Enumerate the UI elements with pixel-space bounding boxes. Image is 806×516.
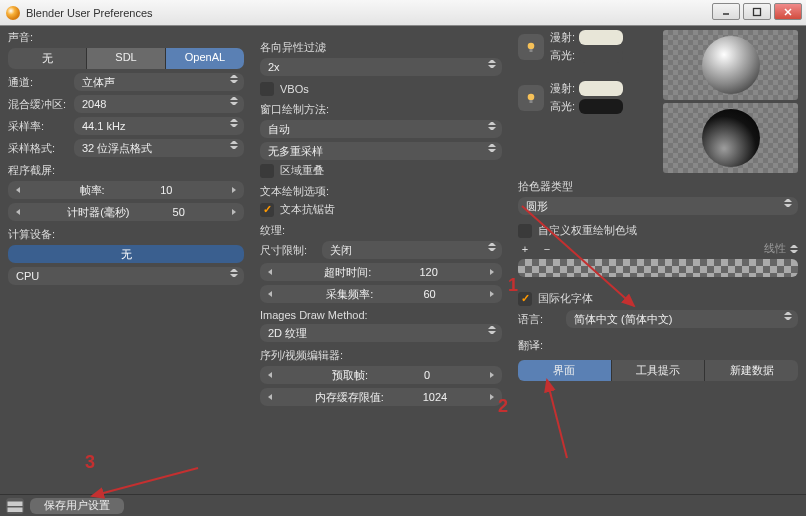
gradient-remove-icon[interactable]: − [540, 242, 554, 256]
audio-device-tabs: 无 SDL OpenAL [8, 48, 244, 69]
svg-rect-1 [754, 8, 761, 15]
vbo-label: VBOs [280, 83, 309, 95]
translate-buttons: 界面 工具提示 新建数据 [518, 360, 798, 381]
gradient-type-label: 线性 [764, 241, 786, 256]
save-settings-button[interactable]: 保存用户设置 [30, 498, 124, 514]
timeout-field[interactable]: 超时时间:120 [260, 263, 502, 281]
mixbuf-dropdown[interactable]: 2048 [74, 95, 244, 113]
diffuse-label: 漫射: [550, 30, 575, 45]
custom-weight-label: 自定义权重绘制色域 [538, 223, 637, 238]
aniso-dropdown[interactable]: 2x [260, 58, 502, 76]
prefetch-field[interactable]: 预取帧:0 [260, 366, 502, 384]
svg-rect-8 [8, 501, 23, 506]
close-button[interactable] [774, 3, 802, 20]
gradient-add-icon[interactable]: + [518, 242, 532, 256]
textopt-label: 文本绘制选项: [260, 184, 502, 199]
svg-rect-7 [530, 100, 533, 103]
intl-font-label: 国际化字体 [538, 291, 593, 306]
editor-type-icon[interactable] [6, 498, 24, 514]
maximize-button[interactable] [743, 3, 771, 20]
language-dropdown[interactable]: 简体中文 (简体中文) [566, 310, 798, 328]
spec2-label: 高光: [550, 99, 575, 114]
svg-point-6 [528, 93, 535, 100]
translate-newdata-button[interactable]: 新建数据 [705, 360, 798, 381]
fps-field[interactable]: 帧率:10 [8, 181, 244, 199]
minimize-button[interactable] [712, 3, 740, 20]
imgdraw-label: Images Draw Method: [260, 309, 502, 321]
intl-font-checkbox[interactable] [518, 292, 532, 306]
overlap-checkbox[interactable] [260, 164, 274, 178]
mixbuf-label: 混合缓冲区: [8, 97, 68, 112]
preview-sphere-2 [663, 103, 798, 173]
audio-tab-none[interactable]: 无 [8, 48, 87, 69]
spec1-swatch[interactable] [579, 48, 623, 63]
translate-label: 翻译: [518, 338, 543, 353]
gradient-type-updn[interactable] [790, 245, 798, 253]
channel-label: 通道: [8, 75, 68, 90]
texture-label: 纹理: [260, 223, 502, 238]
memcache-field[interactable]: 内存缓存限值:1024 [260, 388, 502, 406]
preview-sphere-1 [663, 30, 798, 100]
titlebar: Blender User Preferences [0, 0, 806, 26]
spec2-swatch[interactable] [579, 99, 623, 114]
window-draw-label: 窗口绘制方法: [260, 102, 502, 117]
sizelimit-dropdown[interactable]: 关闭 [322, 241, 502, 259]
window-title: Blender User Preferences [26, 7, 153, 19]
text-aa-label: 文本抗锯齿 [280, 202, 335, 217]
aniso-label: 各向异性过滤 [260, 40, 502, 55]
language-label: 语言: [518, 312, 560, 327]
translate-tooltips-button[interactable]: 工具提示 [612, 360, 706, 381]
compute-none-button[interactable]: 无 [8, 245, 244, 263]
gradient-strip[interactable] [518, 259, 798, 277]
diffuse1-swatch[interactable] [579, 30, 623, 45]
picker-type-dropdown[interactable]: 圆形 [518, 197, 798, 215]
translate-interface-button[interactable]: 界面 [518, 360, 612, 381]
audio-tab-sdl[interactable]: SDL [87, 48, 166, 69]
window-draw-dropdown[interactable]: 自动 [260, 120, 502, 138]
light1-toggle[interactable] [518, 34, 544, 60]
window-controls [712, 3, 802, 20]
collectrate-field[interactable]: 采集频率:60 [260, 285, 502, 303]
samprate-label: 采样率: [8, 119, 68, 134]
diffuse2-swatch[interactable] [579, 81, 623, 96]
compute-cpu-dropdown[interactable]: CPU [8, 267, 244, 285]
custom-weight-checkbox[interactable] [518, 224, 532, 238]
blender-icon [6, 6, 20, 20]
svg-point-4 [528, 42, 535, 49]
overlap-label: 区域重叠 [280, 163, 324, 178]
screencast-label: 程序截屏: [8, 163, 244, 178]
audio-tab-openal[interactable]: OpenAL [166, 48, 244, 69]
channel-dropdown[interactable]: 立体声 [74, 73, 244, 91]
text-aa-checkbox[interactable] [260, 203, 274, 217]
sampfmt-dropdown[interactable]: 32 位浮点格式 [74, 139, 244, 157]
timer-field[interactable]: 计时器(毫秒)50 [8, 203, 244, 221]
samprate-dropdown[interactable]: 44.1 kHz [74, 117, 244, 135]
imgdraw-dropdown[interactable]: 2D 纹理 [260, 324, 502, 342]
footer: 保存用户设置 [0, 494, 806, 516]
compute-label: 计算设备: [8, 227, 244, 242]
light2-toggle[interactable] [518, 85, 544, 111]
seqed-label: 序列/视频编辑器: [260, 348, 502, 363]
sizelimit-label: 尺寸限制: [260, 243, 316, 258]
svg-rect-9 [8, 507, 23, 512]
audio-label: 声音: [8, 30, 244, 45]
picker-type-label: 拾色器类型 [518, 179, 798, 194]
diffuse2-label: 漫射: [550, 81, 575, 96]
multisample-dropdown[interactable]: 无多重采样 [260, 142, 502, 160]
svg-rect-5 [530, 49, 533, 52]
sampfmt-label: 采样格式: [8, 141, 68, 156]
spec-label: 高光: [550, 48, 575, 63]
vbo-checkbox[interactable] [260, 82, 274, 96]
